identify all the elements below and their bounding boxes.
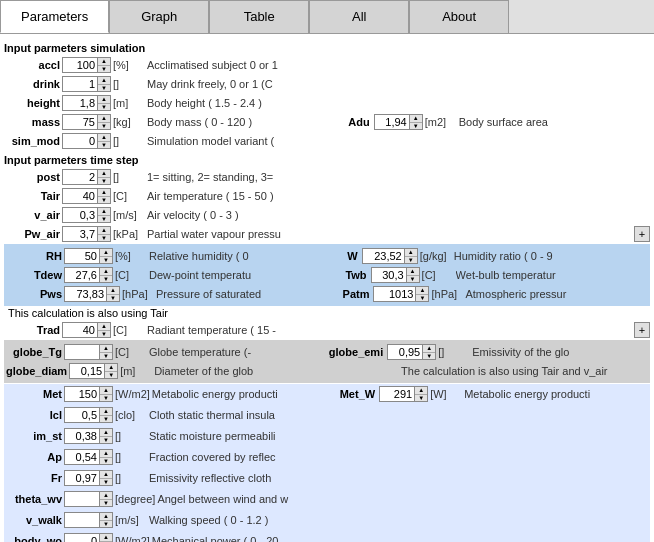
- spinner-globe-tg[interactable]: ▲ ▼: [64, 344, 113, 360]
- spin-down-pw-air[interactable]: ▼: [98, 235, 110, 242]
- input-twb[interactable]: [372, 268, 407, 282]
- input-im-st[interactable]: [65, 429, 100, 443]
- input-met-w[interactable]: [380, 387, 415, 401]
- tab-graph[interactable]: Graph: [109, 0, 209, 33]
- input-icl[interactable]: [65, 408, 100, 422]
- input-globe-emi[interactable]: [388, 345, 423, 359]
- spin-up-tair[interactable]: ▲: [98, 189, 110, 197]
- spinner-w[interactable]: ▲ ▼: [362, 248, 418, 264]
- input-drink[interactable]: [63, 77, 98, 91]
- spinner-post[interactable]: ▲ ▼: [62, 169, 111, 185]
- spinner-met[interactable]: ▲ ▼: [64, 386, 113, 402]
- spin-down-w[interactable]: ▼: [405, 257, 417, 264]
- spin-down-im-st[interactable]: ▼: [100, 437, 112, 444]
- spinner-ap[interactable]: ▲ ▼: [64, 449, 113, 465]
- spinner-v-walk[interactable]: ▲ ▼: [64, 512, 113, 528]
- input-rh[interactable]: [65, 249, 100, 263]
- input-pw-air[interactable]: [63, 227, 98, 241]
- spin-up-icl[interactable]: ▲: [100, 408, 112, 416]
- spinner-globe-diam[interactable]: ▲ ▼: [69, 363, 118, 379]
- spinner-height[interactable]: ▲ ▼: [62, 95, 111, 111]
- input-v-walk[interactable]: [65, 513, 100, 527]
- input-met[interactable]: [65, 387, 100, 401]
- spinner-pws[interactable]: ▲ ▼: [64, 286, 120, 302]
- spin-up-patm[interactable]: ▲: [416, 287, 428, 295]
- spin-down-ap[interactable]: ▼: [100, 458, 112, 465]
- spin-down-patm[interactable]: ▼: [416, 295, 428, 302]
- spinner-drink[interactable]: ▲ ▼: [62, 76, 111, 92]
- input-ap[interactable]: [65, 450, 100, 464]
- input-theta-wv[interactable]: [65, 492, 100, 506]
- spin-up-theta-wv[interactable]: ▲: [100, 492, 112, 500]
- spin-down-sim-mod[interactable]: ▼: [98, 142, 110, 149]
- spin-up-rh[interactable]: ▲: [100, 249, 112, 257]
- spinner-v-air[interactable]: ▲ ▼: [62, 207, 111, 223]
- spin-up-met-w[interactable]: ▲: [415, 387, 427, 395]
- input-fr[interactable]: [65, 471, 100, 485]
- input-tdew[interactable]: [65, 268, 100, 282]
- spin-up-im-st[interactable]: ▲: [100, 429, 112, 437]
- input-pws[interactable]: [65, 287, 107, 301]
- spinner-patm[interactable]: ▲ ▼: [373, 286, 429, 302]
- spinner-im-st[interactable]: ▲ ▼: [64, 428, 113, 444]
- spinner-mass[interactable]: ▲ ▼: [62, 114, 111, 130]
- spin-up-globe-diam[interactable]: ▲: [105, 364, 117, 372]
- input-accl[interactable]: [63, 58, 98, 72]
- spinner-rh[interactable]: ▲ ▼: [64, 248, 113, 264]
- spin-down-tdew[interactable]: ▼: [100, 276, 112, 283]
- spin-down-tair[interactable]: ▼: [98, 197, 110, 204]
- tab-parameters[interactable]: Parameters: [0, 0, 109, 33]
- spin-down-globe-diam[interactable]: ▼: [105, 372, 117, 379]
- spin-down-drink[interactable]: ▼: [98, 85, 110, 92]
- spin-down-accl[interactable]: ▼: [98, 66, 110, 73]
- spin-up-met[interactable]: ▲: [100, 387, 112, 395]
- tab-all[interactable]: All: [309, 0, 409, 33]
- input-sim-mod[interactable]: [63, 134, 98, 148]
- spin-down-mass[interactable]: ▼: [98, 123, 110, 130]
- spin-up-v-walk[interactable]: ▲: [100, 513, 112, 521]
- input-mass[interactable]: [63, 115, 98, 129]
- spin-down-trad[interactable]: ▼: [98, 331, 110, 338]
- spin-down-pws[interactable]: ▼: [107, 295, 119, 302]
- spin-down-v-air[interactable]: ▼: [98, 216, 110, 223]
- input-w[interactable]: [363, 249, 405, 263]
- spinner-tdew[interactable]: ▲ ▼: [64, 267, 113, 283]
- spinner-body-wo[interactable]: ▲ ▼: [64, 533, 113, 542]
- spin-up-v-air[interactable]: ▲: [98, 208, 110, 216]
- tab-table[interactable]: Table: [209, 0, 309, 33]
- spin-down-fr[interactable]: ▼: [100, 479, 112, 486]
- spin-up-drink[interactable]: ▲: [98, 77, 110, 85]
- input-globe-tg[interactable]: [65, 345, 100, 359]
- spin-down-rh[interactable]: ▼: [100, 257, 112, 264]
- expand-btn-pw-air[interactable]: +: [634, 226, 650, 242]
- spin-up-twb[interactable]: ▲: [407, 268, 419, 276]
- input-adu[interactable]: [375, 115, 410, 129]
- spin-up-pws[interactable]: ▲: [107, 287, 119, 295]
- spinner-tair[interactable]: ▲ ▼: [62, 188, 111, 204]
- spin-up-pw-air[interactable]: ▲: [98, 227, 110, 235]
- spin-up-height[interactable]: ▲: [98, 96, 110, 104]
- tab-about[interactable]: About: [409, 0, 509, 33]
- spin-up-trad[interactable]: ▲: [98, 323, 110, 331]
- spinner-trad[interactable]: ▲ ▼: [62, 322, 111, 338]
- spin-up-mass[interactable]: ▲: [98, 115, 110, 123]
- input-height[interactable]: [63, 96, 98, 110]
- spin-down-icl[interactable]: ▼: [100, 416, 112, 423]
- input-patm[interactable]: [374, 287, 416, 301]
- spin-up-w[interactable]: ▲: [405, 249, 417, 257]
- spin-down-v-walk[interactable]: ▼: [100, 521, 112, 528]
- spin-up-sim-mod[interactable]: ▲: [98, 134, 110, 142]
- spin-up-tdew[interactable]: ▲: [100, 268, 112, 276]
- expand-btn-trad[interactable]: +: [634, 322, 650, 338]
- spin-up-post[interactable]: ▲: [98, 170, 110, 178]
- spin-up-body-wo[interactable]: ▲: [100, 534, 112, 542]
- input-v-air[interactable]: [63, 208, 98, 222]
- spinner-accl[interactable]: ▲ ▼: [62, 57, 111, 73]
- spinner-twb[interactable]: ▲ ▼: [371, 267, 420, 283]
- spin-down-post[interactable]: ▼: [98, 178, 110, 185]
- spinner-adu[interactable]: ▲ ▼: [374, 114, 423, 130]
- spin-down-height[interactable]: ▼: [98, 104, 110, 111]
- spinner-sim-mod[interactable]: ▲ ▼: [62, 133, 111, 149]
- spin-down-twb[interactable]: ▼: [407, 276, 419, 283]
- spinner-theta-wv[interactable]: ▲ ▼: [64, 491, 113, 507]
